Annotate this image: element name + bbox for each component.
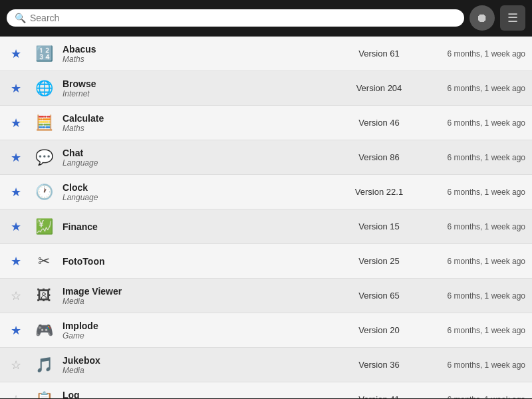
app-icon: 🔢 <box>32 42 56 66</box>
record-button[interactable]: ⏺ <box>469 5 495 31</box>
star-button[interactable]: ☆ <box>7 289 25 303</box>
star-button[interactable]: ★ <box>7 185 25 200</box>
app-icon: 💹 <box>32 215 56 239</box>
app-info: Image ViewerMedia <box>63 286 339 306</box>
app-icon: 🎵 <box>32 353 56 377</box>
app-version: Version 25 <box>339 256 419 266</box>
app-info: BrowseInternet <box>63 78 339 98</box>
star-button[interactable]: ★ <box>7 150 25 165</box>
app-info: AbacusMaths <box>63 44 339 64</box>
app-icon: ✂ <box>32 249 56 273</box>
app-name: Implode <box>63 321 339 331</box>
app-version: Version 15 <box>339 221 419 231</box>
app-version: Version 22.1 <box>339 187 419 197</box>
app-name: Finance <box>63 221 339 232</box>
app-version: Version 61 <box>339 49 419 59</box>
app-date: 6 months, 1 week ago <box>419 118 525 128</box>
app-date: 6 months, 1 week ago <box>419 153 525 162</box>
star-button[interactable]: ★ <box>7 116 25 130</box>
app-version: Version 86 <box>339 152 419 162</box>
star-button[interactable]: ★ <box>7 323 25 338</box>
app-name: Abacus <box>63 44 339 55</box>
app-category: Maths <box>63 55 339 64</box>
app-icon: 💬 <box>32 146 56 170</box>
app-info: CalculateMaths <box>63 113 339 133</box>
list-item: ★🧮CalculateMathsVersion 466 months, 1 we… <box>0 106 532 140</box>
search-bar: 🔍 <box>7 9 464 27</box>
app-date: 6 months, 1 week ago <box>419 84 525 93</box>
app-version: Version 65 <box>339 291 419 301</box>
app-date: 6 months, 1 week ago <box>419 49 525 59</box>
list-item: ★💹FinanceVersion 156 months, 1 week ago <box>0 209 532 244</box>
app-info: ClockLanguage <box>63 182 339 202</box>
list-item: ☆🎵JukeboxMediaVersion 366 months, 1 week… <box>0 348 532 382</box>
app-name: Chat <box>63 148 339 158</box>
app-version: Version 41 <box>339 394 419 398</box>
menu-icon: ☰ <box>507 11 518 25</box>
star-button[interactable]: ★ <box>7 81 25 96</box>
app-date: 6 months, 1 week ago <box>419 395 525 399</box>
app-list: ★🔢AbacusMathsVersion 616 months, 1 week … <box>0 37 532 398</box>
list-item: ★🌐BrowseInternetVersion 2046 months, 1 w… <box>0 71 532 106</box>
app-category: Language <box>63 158 339 168</box>
app-date: 6 months, 1 week ago <box>419 188 525 197</box>
menu-button[interactable]: ☰ <box>500 5 525 31</box>
star-button[interactable]: ★ <box>7 47 25 61</box>
app-info: LogSystem, Programming <box>63 390 339 399</box>
search-icon: 🔍 <box>15 13 26 23</box>
app-icon: 📋 <box>32 388 56 399</box>
app-category: Language <box>63 193 339 202</box>
app-name: Calculate <box>63 113 339 124</box>
app-date: 6 months, 1 week ago <box>419 326 525 335</box>
list-item: ☆📋LogSystem, ProgrammingVersion 416 mont… <box>0 382 532 398</box>
app-name: Browse <box>63 78 339 89</box>
app-name: FotoToon <box>63 256 339 267</box>
app-category: Maths <box>63 124 339 133</box>
app-icon: 🖼 <box>32 284 56 308</box>
list-item: ★✂FotoToonVersion 256 months, 1 week ago <box>0 244 532 279</box>
star-button[interactable]: ★ <box>7 219 25 234</box>
star-button[interactable]: ☆ <box>7 392 25 399</box>
app-icon: 🌐 <box>32 76 56 100</box>
list-item: ★🕐ClockLanguageVersion 22.16 months, 1 w… <box>0 175 532 209</box>
list-item: ★🎮ImplodeGameVersion 206 months, 1 week … <box>0 313 532 348</box>
app-category: Media <box>63 297 339 306</box>
app-category: Internet <box>63 89 339 98</box>
star-button[interactable]: ★ <box>7 254 25 269</box>
app-date: 6 months, 1 week ago <box>419 291 525 301</box>
app-version: Version 204 <box>339 83 419 93</box>
app-icon: 🎮 <box>32 319 56 342</box>
app-name: Jukebox <box>63 355 339 366</box>
record-icon: ⏺ <box>476 11 488 25</box>
list-item: ★💬ChatLanguageVersion 866 months, 1 week… <box>0 140 532 175</box>
star-button[interactable]: ☆ <box>7 358 25 372</box>
app-date: 6 months, 1 week ago <box>419 360 525 370</box>
app-info: ChatLanguage <box>63 148 339 168</box>
app-info: FotoToon <box>63 256 339 267</box>
app-date: 6 months, 1 week ago <box>419 257 525 266</box>
app-name: Image Viewer <box>63 286 339 297</box>
app-version: Version 20 <box>339 325 419 335</box>
app-info: JukeboxMedia <box>63 355 339 375</box>
app-info: Finance <box>63 221 339 232</box>
app-version: Version 36 <box>339 360 419 370</box>
list-item: ★🔢AbacusMathsVersion 616 months, 1 week … <box>0 37 532 71</box>
app-version: Version 46 <box>339 118 419 128</box>
app-icon: 🕐 <box>32 180 56 204</box>
app-info: ImplodeGame <box>63 321 339 340</box>
list-item: ☆🖼Image ViewerMediaVersion 656 months, 1… <box>0 279 532 313</box>
header: 🔍 ⏺ ☰ <box>0 0 532 37</box>
app-name: Log <box>63 390 339 399</box>
app-icon: 🧮 <box>32 111 56 135</box>
app-category: Game <box>63 331 339 340</box>
search-input[interactable] <box>30 13 456 23</box>
app-category: Media <box>63 366 339 375</box>
app-name: Clock <box>63 182 339 193</box>
app-date: 6 months, 1 week ago <box>419 222 525 231</box>
